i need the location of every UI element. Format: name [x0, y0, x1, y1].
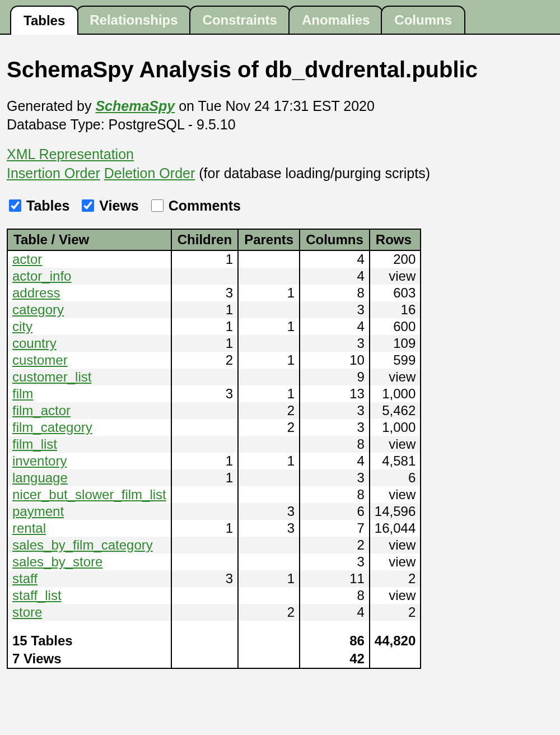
table-link[interactable]: actor_info — [12, 268, 71, 283]
table-row: actor_info4view — [7, 268, 421, 285]
table-link[interactable]: staff_list — [12, 588, 62, 603]
page-title: SchemaSpy Analysis of db_dvdrental.publi… — [7, 57, 553, 82]
filter-tables-checkbox[interactable] — [9, 199, 21, 212]
filter-views-checkbox[interactable] — [82, 199, 94, 212]
table-link[interactable]: film_list — [12, 436, 57, 452]
xml-representation-link[interactable]: XML Representation — [7, 146, 134, 162]
table-link[interactable]: inventory — [12, 453, 67, 468]
tables-listing: Table / View Children Parents Columns Ro… — [7, 229, 421, 669]
cell-parents: 1 — [238, 318, 300, 335]
cell-rows: 14,596 — [370, 503, 421, 520]
cell-children — [171, 587, 238, 604]
cell-rows: 16,044 — [370, 520, 421, 537]
table-link[interactable]: sales_by_store — [12, 554, 102, 569]
tab-constraints[interactable]: Constraints — [189, 6, 291, 34]
col-header-columns[interactable]: Columns — [300, 229, 370, 250]
table-link[interactable]: staff — [12, 571, 38, 586]
table-link[interactable]: language — [12, 470, 68, 485]
table-row: language136 — [7, 469, 421, 486]
table-link[interactable]: category — [12, 302, 64, 317]
footer-blank — [171, 632, 238, 650]
schemaspy-link[interactable]: SchemaSpy — [95, 98, 175, 114]
cell-rows: view — [370, 537, 421, 553]
tab-label: Constraints — [203, 12, 277, 28]
col-header-rows[interactable]: Rows — [370, 229, 421, 250]
table-link[interactable]: nicer_but_slower_film_list — [12, 487, 166, 502]
insertion-order-link[interactable]: Insertion Order — [7, 165, 100, 181]
table-row: category1316 — [7, 301, 421, 318]
filter-views-label[interactable]: Views — [80, 198, 138, 214]
tab-label: Anomalies — [302, 12, 370, 28]
cell-children — [171, 419, 238, 436]
col-header-children[interactable]: Children — [171, 229, 238, 250]
cell-name: film_category — [7, 419, 171, 436]
filter-comments-text: Comments — [169, 198, 241, 214]
cell-rows: 4,581 — [370, 453, 421, 469]
cell-name: film_actor — [7, 402, 171, 419]
table-link[interactable]: customer_list — [12, 369, 91, 384]
footer-columns-views: 42 — [300, 650, 370, 668]
col-header-parents[interactable]: Parents — [238, 229, 300, 250]
tab-columns[interactable]: Columns — [381, 6, 465, 34]
table-row: nicer_but_slower_film_list8view — [7, 486, 421, 503]
cell-name: actor_info — [7, 268, 171, 285]
table-row: payment3614,596 — [7, 503, 421, 520]
footer-blank — [171, 650, 238, 668]
cell-children: 1 — [171, 469, 238, 486]
filter-checkboxes: Tables Views Comments — [7, 198, 553, 214]
cell-rows: 603 — [370, 285, 421, 301]
filter-tables-label[interactable]: Tables — [7, 198, 69, 214]
db-type: Database Type: PostgreSQL - 9.5.10 — [7, 117, 553, 133]
footer-blank — [238, 632, 300, 650]
links-block: XML Representation Insertion Order Delet… — [7, 145, 553, 183]
cell-children: 3 — [171, 570, 238, 587]
cell-name: customer — [7, 352, 171, 369]
table-link[interactable]: store — [12, 604, 42, 620]
table-link[interactable]: film — [12, 386, 33, 401]
table-row: store242 — [7, 604, 421, 621]
cell-columns: 8 — [300, 436, 370, 453]
table-link[interactable]: film_actor — [12, 403, 71, 418]
cell-rows: view — [370, 369, 421, 385]
table-row: customer2110599 — [7, 352, 421, 369]
table-link[interactable]: address — [12, 285, 60, 300]
cell-rows: 16 — [370, 301, 421, 318]
filter-comments-checkbox[interactable] — [151, 199, 164, 212]
cell-columns: 4 — [300, 250, 370, 268]
cell-rows: 1,000 — [370, 385, 421, 402]
cell-name: city — [7, 318, 171, 335]
filter-tables-text: Tables — [26, 198, 69, 214]
cell-children: 3 — [171, 385, 238, 402]
table-link[interactable]: payment — [12, 504, 64, 519]
tab-tables[interactable]: Tables — [10, 6, 78, 35]
tab-relationships[interactable]: Relationships — [76, 6, 191, 34]
cell-name: category — [7, 301, 171, 318]
table-row: sales_by_film_category2view — [7, 537, 421, 553]
table-link[interactable]: country — [12, 336, 57, 351]
col-header-name[interactable]: Table / View — [7, 229, 171, 250]
cell-name: film — [7, 385, 171, 402]
cell-parents — [238, 369, 300, 385]
deletion-order-link[interactable]: Deletion Order — [104, 165, 195, 181]
table-link[interactable]: customer — [12, 352, 68, 368]
cell-rows: 2 — [370, 604, 421, 621]
cell-children — [171, 402, 238, 419]
table-link[interactable]: film_category — [12, 420, 92, 435]
cell-columns: 4 — [300, 268, 370, 285]
table-link[interactable]: actor — [12, 252, 42, 267]
tab-anomalies[interactable]: Anomalies — [288, 6, 383, 34]
table-row: rental13716,044 — [7, 520, 421, 537]
cell-children — [171, 604, 238, 621]
table-link[interactable]: rental — [12, 520, 46, 536]
table-row: staff31112 — [7, 570, 421, 587]
table-link[interactable]: sales_by_film_category — [12, 537, 153, 552]
cell-columns: 2 — [300, 537, 370, 553]
cell-columns: 11 — [300, 570, 370, 587]
footer-columns-tables: 86 — [300, 632, 370, 650]
table-link[interactable]: city — [12, 319, 32, 334]
footer-rows-total: 44,820 — [370, 632, 421, 650]
filter-comments-label[interactable]: Comments — [149, 198, 241, 214]
cell-children — [171, 268, 238, 285]
scripts-note: (for database loading/purging scripts) — [195, 165, 430, 181]
cell-parents: 1 — [238, 285, 300, 301]
